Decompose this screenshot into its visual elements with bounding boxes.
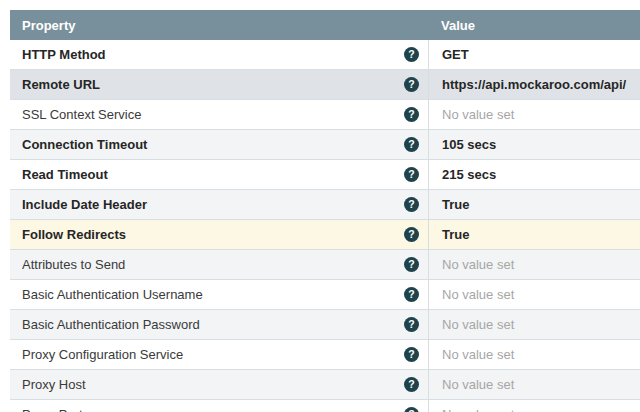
property-name: Proxy Port [22, 407, 404, 412]
table-row[interactable]: Proxy Port ? No value set [10, 400, 640, 412]
property-value[interactable]: 215 secs [428, 160, 640, 189]
property-cell: Include Date Header ? [10, 190, 428, 219]
column-header-value: Value [428, 18, 640, 33]
table-body: HTTP Method ? GET Remote URL ? https://a… [10, 40, 640, 412]
property-name: Follow Redirects [22, 227, 404, 242]
property-value[interactable]: True [428, 190, 640, 219]
help-icon[interactable]: ? [404, 407, 419, 412]
column-header-property: Property [10, 18, 428, 33]
property-name: Read Timeout [22, 167, 404, 182]
table-row[interactable]: Follow Redirects ? True [10, 220, 640, 250]
table-row[interactable]: Include Date Header ? True [10, 190, 640, 220]
property-value[interactable]: https://api.mockaroo.com/api/ [428, 70, 640, 99]
property-value[interactable]: No value set [428, 400, 640, 412]
property-name: Proxy Host [22, 377, 404, 392]
property-name: Proxy Configuration Service [22, 347, 404, 362]
help-icon[interactable]: ? [404, 77, 419, 92]
property-value[interactable]: No value set [428, 100, 640, 129]
property-value[interactable]: No value set [428, 280, 640, 309]
property-value[interactable]: True [428, 220, 640, 249]
property-value[interactable]: No value set [428, 310, 640, 339]
properties-table: Property Value HTTP Method ? GET Remote … [10, 10, 640, 412]
table-row[interactable]: Proxy Configuration Service ? No value s… [10, 340, 640, 370]
help-icon[interactable]: ? [404, 197, 419, 212]
property-cell: HTTP Method ? [10, 40, 428, 69]
property-name: Basic Authentication Username [22, 287, 404, 302]
property-cell: Proxy Configuration Service ? [10, 340, 428, 369]
help-icon[interactable]: ? [404, 377, 419, 392]
table-row[interactable]: Attributes to Send ? No value set [10, 250, 640, 280]
help-icon[interactable]: ? [404, 167, 419, 182]
help-icon[interactable]: ? [404, 227, 419, 242]
table-row[interactable]: HTTP Method ? GET [10, 40, 640, 70]
help-icon[interactable]: ? [404, 107, 419, 122]
property-name: Basic Authentication Password [22, 317, 404, 332]
property-value[interactable]: No value set [428, 340, 640, 369]
property-cell: Basic Authentication Password ? [10, 310, 428, 339]
table-row[interactable]: Basic Authentication Password ? No value… [10, 310, 640, 340]
help-icon[interactable]: ? [404, 137, 419, 152]
property-value[interactable]: No value set [428, 250, 640, 279]
property-value[interactable]: No value set [428, 370, 640, 399]
property-cell: Connection Timeout ? [10, 130, 428, 159]
help-icon[interactable]: ? [404, 257, 419, 272]
property-name: Include Date Header [22, 197, 404, 212]
property-cell: Remote URL ? [10, 70, 428, 99]
table-row[interactable]: Proxy Host ? No value set [10, 370, 640, 400]
table-row[interactable]: Connection Timeout ? 105 secs [10, 130, 640, 160]
property-cell: Attributes to Send ? [10, 250, 428, 279]
property-cell: SSL Context Service ? [10, 100, 428, 129]
help-icon[interactable]: ? [404, 317, 419, 332]
help-icon[interactable]: ? [404, 347, 419, 362]
property-name: Attributes to Send [22, 257, 404, 272]
property-cell: Proxy Port ? [10, 400, 428, 412]
table-row[interactable]: Basic Authentication Username ? No value… [10, 280, 640, 310]
table-row[interactable]: Read Timeout ? 215 secs [10, 160, 640, 190]
property-value[interactable]: GET [428, 40, 640, 69]
table-header: Property Value [10, 10, 640, 40]
property-name: Connection Timeout [22, 137, 404, 152]
property-cell: Read Timeout ? [10, 160, 428, 189]
table-row[interactable]: SSL Context Service ? No value set [10, 100, 640, 130]
table-row[interactable]: Remote URL ? https://api.mockaroo.com/ap… [10, 70, 640, 100]
property-cell: Proxy Host ? [10, 370, 428, 399]
help-icon[interactable]: ? [404, 287, 419, 302]
property-value[interactable]: 105 secs [428, 130, 640, 159]
property-cell: Follow Redirects ? [10, 220, 428, 249]
help-icon[interactable]: ? [404, 47, 419, 62]
property-name: SSL Context Service [22, 107, 404, 122]
property-name: HTTP Method [22, 47, 404, 62]
property-name: Remote URL [22, 77, 404, 92]
property-cell: Basic Authentication Username ? [10, 280, 428, 309]
